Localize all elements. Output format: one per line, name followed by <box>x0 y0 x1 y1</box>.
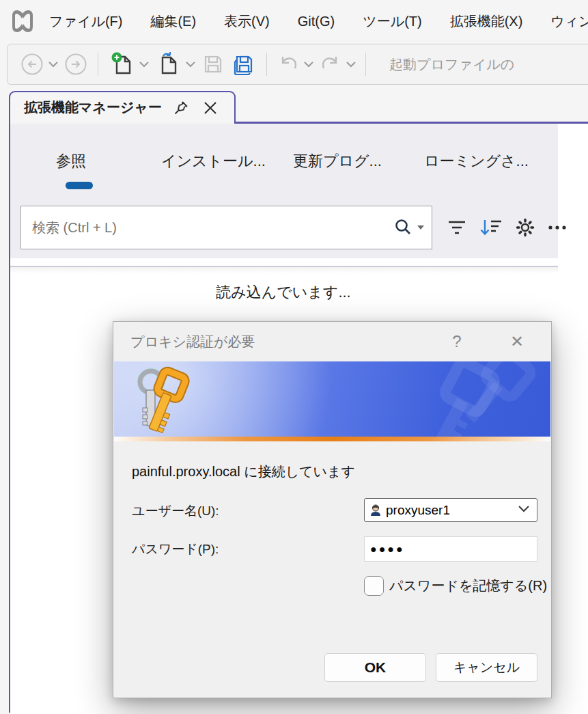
dialog-close-button[interactable]: ✕ <box>502 322 532 361</box>
open-file-button[interactable] <box>155 51 181 77</box>
menu-edit[interactable]: 編集(E) <box>150 12 196 31</box>
menu-extensions[interactable]: 拡張機能(X) <box>450 12 523 31</box>
search-options-chevron-icon[interactable] <box>417 225 425 230</box>
remember-password-label: パスワードを記憶する(R) <box>389 577 547 595</box>
search-icon[interactable] <box>393 218 412 237</box>
menu-file[interactable]: ファイル(F) <box>49 12 122 31</box>
tab-extension-manager[interactable]: 拡張機能マネージャー <box>9 91 236 123</box>
username-label: ユーザー名(U): <box>132 502 219 520</box>
keys-icon <box>128 366 203 437</box>
redo-button[interactable] <box>320 54 341 74</box>
username-dropdown-chevron-icon[interactable] <box>518 505 530 512</box>
menu-window[interactable]: ウィンドウ <box>550 12 588 31</box>
filter-icon[interactable] <box>447 219 467 236</box>
save-button[interactable] <box>201 53 225 76</box>
open-file-dropdown-chevron-icon[interactable] <box>185 61 196 68</box>
sort-descending-icon[interactable] <box>479 219 503 236</box>
standard-toolbar: 起動プロファイルの <box>7 44 588 85</box>
keys-watermark-icon <box>346 361 550 437</box>
close-tab-icon[interactable] <box>203 100 218 115</box>
username-combobox[interactable]: proxyuser1 <box>364 498 537 522</box>
tool-window-accent-border <box>9 123 10 713</box>
username-value: proxyuser1 <box>386 503 450 518</box>
menu-bar: ファイル(F) 編集(E) 表示(V) Git(G) ツール(T) 拡張機能(X… <box>0 0 588 42</box>
gear-icon[interactable] <box>515 217 535 238</box>
new-file-button[interactable] <box>109 51 135 77</box>
new-file-dropdown-chevron-icon[interactable] <box>139 61 150 68</box>
visual-studio-logo-icon <box>8 8 37 35</box>
redo-dropdown-chevron-icon[interactable] <box>346 61 356 68</box>
search-input[interactable] <box>31 219 388 236</box>
tab-title: 拡張機能マネージャー <box>24 98 162 117</box>
password-masked-value: ●●●● <box>370 544 405 555</box>
proxy-auth-dialog: プロキシ認証が必要 ? ✕ <box>113 321 552 698</box>
more-options-ellipsis-icon[interactable] <box>548 225 567 230</box>
tab-roaming[interactable]: ローミングさ... <box>424 151 529 171</box>
remember-password-checkbox[interactable] <box>364 576 384 596</box>
credentials-banner <box>114 361 550 437</box>
extension-manager-panel: 参照 インストール... 更新プログ... ローミングさ... <box>10 124 558 258</box>
tab-browse[interactable]: 参照 <box>56 151 86 171</box>
cancel-button[interactable]: キャンセル <box>436 653 537 682</box>
toolbar-separator <box>98 53 98 76</box>
menu-view[interactable]: 表示(V) <box>224 12 270 31</box>
toolbar-separator <box>266 53 267 76</box>
toolbar-separator <box>365 53 366 76</box>
back-dropdown-chevron-icon[interactable] <box>48 61 59 68</box>
selected-tab-indicator <box>66 182 93 189</box>
dialog-title-bar: プロキシ認証が必要 <box>113 322 551 361</box>
undo-button[interactable] <box>277 54 299 74</box>
connecting-to-text: painful.proxy.local に接続しています <box>132 463 355 481</box>
tab-strip-accent-line <box>234 122 588 124</box>
password-label: パスワード(P): <box>132 540 219 558</box>
panel-divider-shadow <box>10 267 558 273</box>
dialog-title: プロキシ認証が必要 <box>130 333 551 351</box>
undo-dropdown-chevron-icon[interactable] <box>303 61 314 68</box>
remember-password-row: パスワードを記憶する(R) <box>364 576 547 596</box>
user-icon <box>370 504 381 517</box>
ok-button[interactable]: OK <box>324 653 426 682</box>
dialog-help-button[interactable]: ? <box>443 322 471 361</box>
menu-tools[interactable]: ツール(T) <box>363 12 421 31</box>
navigate-back-button[interactable] <box>20 53 44 76</box>
tab-installed[interactable]: インストール... <box>161 151 266 171</box>
banner-orange-rule <box>114 437 550 441</box>
password-field[interactable]: ●●●● <box>364 536 537 562</box>
pin-icon[interactable] <box>173 100 189 116</box>
launch-profile-label[interactable]: 起動プロファイルの <box>389 55 514 74</box>
search-box <box>20 206 432 249</box>
tab-updates[interactable]: 更新プログ... <box>293 151 382 171</box>
save-all-button[interactable] <box>232 52 256 77</box>
loading-status-text: 読み込んでいます... <box>9 282 558 303</box>
menu-git[interactable]: Git(G) <box>298 14 335 29</box>
navigate-forward-button[interactable] <box>64 53 87 76</box>
